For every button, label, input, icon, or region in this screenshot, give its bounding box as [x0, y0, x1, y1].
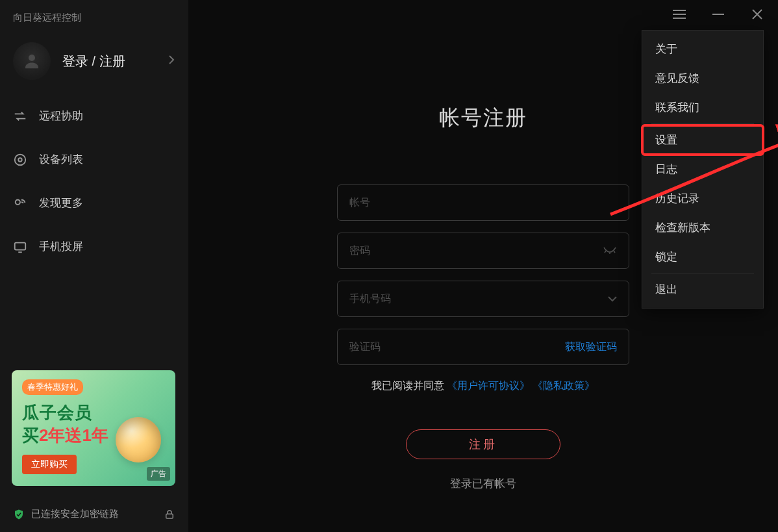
sidebar: 向日葵远程控制 登录 / 注册 远程协助 设备列表 发现更多 手机投屏 [0, 0, 188, 532]
sidebar-item-label: 手机投屏 [39, 239, 83, 254]
password-field-wrap [337, 233, 629, 269]
register-button[interactable]: 注册 [406, 429, 560, 459]
svg-rect-5 [166, 514, 173, 518]
password-input[interactable] [349, 245, 603, 257]
captcha-input[interactable] [349, 341, 565, 353]
status-text: 已连接安全加密链路 [31, 508, 119, 520]
swap-icon [13, 109, 27, 123]
menu-item-settings[interactable]: 设置 [642, 125, 763, 155]
menu-item-about[interactable]: 关于 [642, 34, 763, 64]
minimize-button[interactable] [710, 6, 726, 22]
main-area: 帐号注册 获取验证码 我已阅读并同意 《用户许可协议》 《隐私政策》 注册 登录… [188, 0, 778, 532]
svg-point-1 [15, 154, 26, 165]
app-title: 向日葵远程控制 [0, 0, 188, 31]
privacy-policy-link[interactable]: 《隐私政策》 [533, 380, 595, 391]
promo-tag: 春季特惠好礼 [22, 379, 83, 395]
titlebar [671, 0, 778, 29]
chevron-down-icon[interactable] [608, 296, 617, 302]
sidebar-item-remote-assist[interactable]: 远程协助 [0, 94, 188, 138]
close-icon [752, 9, 762, 19]
sidebar-item-phone-cast[interactable]: 手机投屏 [0, 225, 188, 268]
agreement-text: 我已阅读并同意 《用户许可协议》 《隐私政策》 [371, 379, 596, 393]
menu-item-contact[interactable]: 联系我们 [642, 93, 763, 122]
promo-buy-button[interactable]: 立即购买 [22, 455, 77, 474]
svg-point-2 [18, 158, 22, 162]
menu-item-log[interactable]: 日志 [642, 155, 763, 184]
sidebar-item-label: 远程协助 [39, 108, 83, 123]
close-button[interactable] [749, 6, 765, 22]
devices-icon [13, 153, 27, 167]
login-register-row[interactable]: 登录 / 注册 [0, 31, 188, 94]
login-existing-link[interactable]: 登录已有帐号 [450, 476, 516, 491]
menu-separator [651, 273, 754, 273]
form-title: 帐号注册 [439, 104, 527, 133]
status-row: 已连接安全加密链路 [0, 499, 188, 532]
menu-button[interactable] [671, 6, 687, 22]
phone-input[interactable] [349, 293, 608, 305]
captcha-field-wrap: 获取验证码 [337, 329, 629, 365]
eye-toggle-icon[interactable] [603, 246, 617, 255]
minimize-icon [712, 14, 724, 15]
lock-icon[interactable] [164, 509, 175, 520]
menu-item-history[interactable]: 历史记录 [642, 184, 763, 213]
shield-check-icon [13, 509, 25, 520]
menu-item-exit[interactable]: 退出 [642, 275, 763, 304]
sidebar-item-label: 设备列表 [39, 152, 83, 167]
phone-field-wrap [337, 281, 629, 317]
menu-separator [651, 123, 754, 124]
menu-item-feedback[interactable]: 意见反馈 [642, 64, 763, 93]
settings-dropdown-menu: 关于 意见反馈 联系我们 设置 日志 历史记录 检查新版本 锁定 退出 [642, 30, 764, 309]
sidebar-item-discover[interactable]: 发现更多 [0, 181, 188, 225]
chevron-right-icon [168, 55, 175, 67]
user-agreement-link[interactable]: 《用户许可协议》 [447, 380, 530, 391]
user-icon [22, 51, 42, 71]
svg-point-3 [16, 199, 20, 204]
hamburger-icon [673, 10, 686, 19]
get-captcha-button[interactable]: 获取验证码 [565, 340, 617, 354]
login-label: 登录 / 注册 [62, 53, 168, 70]
promo-card[interactable]: 春季特惠好礼 瓜子会员 买2年送1年 立即购买 广告 [12, 370, 175, 486]
sidebar-item-label: 发现更多 [39, 196, 83, 210]
account-field-wrap [337, 184, 629, 221]
register-form: 帐号注册 获取验证码 我已阅读并同意 《用户许可协议》 《隐私政策》 注册 登录… [337, 104, 629, 491]
account-input[interactable] [349, 197, 617, 209]
sidebar-item-device-list[interactable]: 设备列表 [0, 138, 188, 181]
cast-icon [13, 240, 27, 254]
svg-point-0 [29, 55, 35, 61]
menu-item-check-update[interactable]: 检查新版本 [642, 213, 763, 242]
menu-item-lock[interactable]: 锁定 [642, 242, 763, 272]
ad-badge: 广告 [147, 467, 170, 481]
avatar [13, 42, 51, 80]
promo-graphic [116, 417, 161, 462]
discover-icon [13, 196, 27, 210]
svg-rect-4 [15, 242, 26, 249]
